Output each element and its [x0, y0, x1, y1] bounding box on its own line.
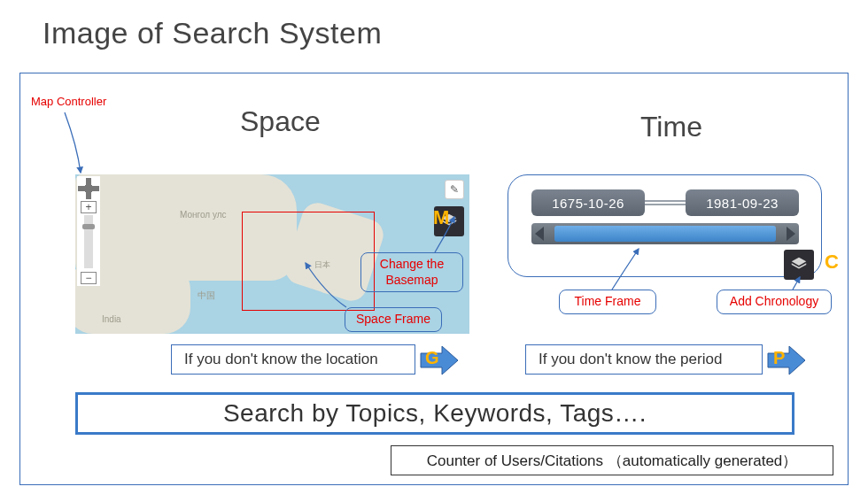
time-panel: 1675-10-26 1981-09-23 — [508, 174, 822, 277]
map-label-mongolia: Монгол улс — [180, 210, 227, 220]
letter-g-label: G — [425, 348, 439, 368]
map-label-india: India — [102, 314, 121, 324]
slider-fill — [554, 226, 776, 242]
arrow-right-icon — [766, 344, 807, 376]
date-connector — [645, 200, 686, 205]
callout-arrow-icon — [433, 213, 460, 254]
slider-left-arrow-icon[interactable] — [535, 227, 544, 241]
search-input[interactable]: Search by Topics, Keywords, Tags…. — [75, 392, 794, 435]
map-zoom-control[interactable]: + − — [77, 176, 100, 286]
callout-arrow-icon — [608, 245, 644, 293]
start-date-pill[interactable]: 1675-10-26 — [531, 189, 645, 216]
page-title: Image of Search System — [0, 0, 868, 59]
layers-icon — [789, 255, 809, 274]
zoom-out-button[interactable]: − — [81, 272, 97, 284]
letter-p-label: P — [773, 348, 785, 368]
arrow-map-controller-icon — [59, 111, 89, 181]
map-label-china: 中国 — [198, 290, 215, 302]
time-slider[interactable] — [531, 223, 799, 244]
edit-button[interactable]: ✎ — [445, 180, 464, 199]
hint-unknown-period: If you don't know the period — [525, 344, 763, 375]
callout-space-frame: Space Frame — [345, 307, 442, 332]
pan-control-icon[interactable] — [78, 178, 99, 199]
hint-arrow-period[interactable] — [766, 344, 807, 376]
end-date-pill[interactable]: 1981-09-23 — [686, 189, 799, 216]
slider-right-arrow-icon[interactable] — [787, 227, 795, 241]
callout-arrow-icon — [789, 275, 807, 293]
zoom-in-button[interactable]: + — [81, 201, 97, 213]
zoom-slider[interactable] — [84, 215, 93, 268]
pencil-icon: ✎ — [450, 183, 459, 196]
map-controller-label: Map Controller — [31, 95, 106, 108]
counter-box: Counter of Users/Citations （automaticall… — [391, 445, 833, 475]
callout-arrow-icon — [300, 258, 353, 311]
main-panel: Map Controller Space Time Монгол улс 中国 … — [19, 73, 849, 485]
space-heading: Space — [240, 105, 321, 138]
callout-change-basemap: Change the Basemap — [360, 252, 463, 292]
time-heading: Time — [640, 111, 702, 143]
hint-unknown-location: If you don't know the location — [171, 344, 415, 375]
callout-add-chronology: Add Chronology — [717, 290, 832, 314]
letter-c-label: C — [825, 251, 839, 274]
callout-time-frame: Time Frame — [559, 290, 656, 314]
